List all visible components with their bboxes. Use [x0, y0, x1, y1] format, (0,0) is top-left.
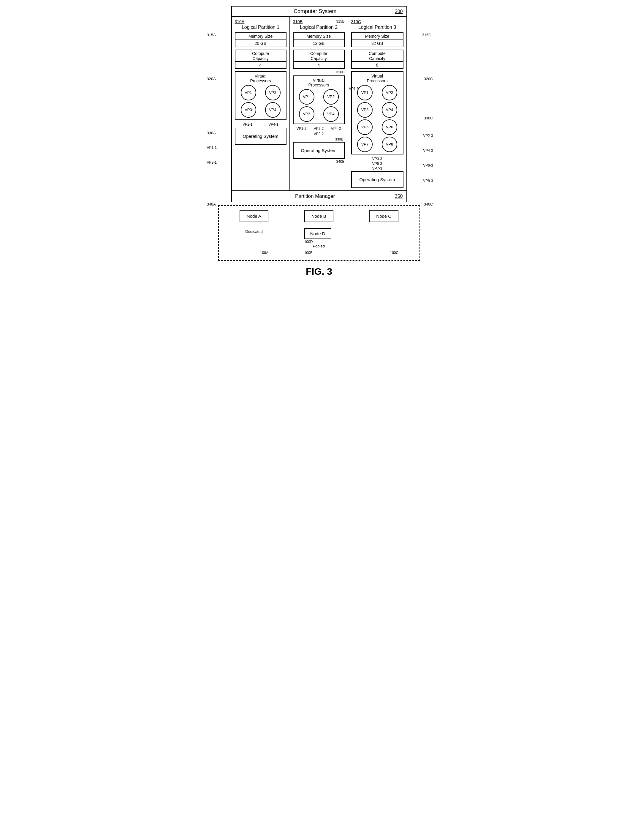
partition-3-vp-grid: VP1 VP2 VP3 VP4 VP5 VP6 VP7 VP8: [354, 85, 401, 152]
nodes-row: Node A 100A Dedicated Node B 100B Node D…: [225, 210, 414, 248]
partition-2-memory-value: 12 GB: [294, 40, 344, 47]
partition-3: 310C Logical Partition 3 Memory Size 32 …: [348, 17, 406, 190]
partition-1-vp-labels: VP2-1 VP4-1: [235, 122, 286, 127]
label-vp8-3: VP8-3: [423, 179, 433, 183]
cs-title-row: Computer System 300: [232, 6, 406, 17]
label-315c: 315C: [422, 33, 431, 37]
partition-3-compute-value: 8: [352, 62, 403, 68]
label-100c: 100C: [390, 251, 399, 255]
computer-system-box: Computer System 300 310A Logical Partiti…: [231, 6, 407, 202]
vp1-3-circle: VP1: [357, 85, 373, 100]
vp4-2-label: VP4-2: [331, 127, 341, 131]
label-330a: 330A: [207, 131, 216, 135]
node-b-wrap: Node B 100B Node D 100D Pooled: [304, 210, 333, 248]
partition-2-header: 310B 315B: [293, 19, 345, 24]
fig-label: FIG. 3: [206, 266, 432, 277]
vp3-2-circle: VP3: [299, 106, 314, 122]
node-a-wrap: Node A 100A Dedicated: [240, 210, 268, 248]
vp4-1-label: VP4-1: [268, 122, 278, 127]
label-vp4-3: VP4-3: [423, 149, 433, 153]
label-340a: 340A: [207, 202, 216, 206]
partition-2-compute-box: ComputeCapacity 4: [293, 50, 345, 69]
vp3-2-label: VP3-2: [293, 132, 345, 136]
vp4-2-circle: VP4: [323, 106, 339, 122]
vp7-3-label: VP7-3: [351, 166, 403, 171]
vp6-3-circle: VP6: [382, 119, 397, 135]
label-100a: 100A: [260, 251, 268, 255]
pm-title: Partition Manager: [235, 193, 395, 199]
label-vp1-1: VP1-1: [207, 146, 217, 150]
partition-2-id: 310B: [293, 19, 303, 24]
partition-3-memory-label: Memory Size: [352, 33, 403, 40]
partition-2-compute-label: ComputeCapacity: [294, 50, 344, 62]
partition-3-memory-box: Memory Size 32 GB: [351, 32, 403, 47]
partition-1-id: 310A: [235, 19, 245, 24]
label-340b: 340B: [293, 160, 345, 164]
partition-1-compute-value: 4: [235, 62, 286, 68]
node-c-wrap: Node C 100C: [369, 210, 398, 248]
page: 315A 320A 330A VP1-1 VP3-1 340A 315C 320…: [206, 6, 432, 277]
vp1-2-circle: VP1: [299, 89, 314, 104]
partition-1-compute-label: ComputeCapacity: [235, 50, 286, 62]
pm-row: Partition Manager 350: [232, 190, 406, 202]
partition-3-memory-value: 32 GB: [352, 40, 403, 47]
partition-1-vp-grid: VP1 VP2 VP3 VP4: [237, 85, 284, 118]
partition-2-vp-title: VirtualProcessors: [295, 78, 342, 87]
partition-1-memory-label: Memory Size: [235, 33, 286, 40]
partition-2-memory-label: Memory Size: [294, 33, 344, 40]
vp3-3-circle: VP3: [357, 102, 373, 118]
vp1-1-circle: VP1: [241, 85, 256, 100]
partition-1-vp-title: VirtualProcessors: [237, 74, 284, 83]
partition-2-vp-labels: VP1-2 VP2-2 VP4-2: [293, 127, 345, 131]
vp2-2-circle: VP2: [323, 89, 339, 104]
vp7-3-circle: VP7: [357, 137, 373, 152]
partition-1-memory-box: Memory Size 20 GB: [235, 32, 286, 47]
label-100b: 100B: [304, 251, 313, 255]
partition-1-header: 310A: [235, 19, 286, 24]
partition-2: 310B 315B Logical Partition 2 Memory Siz…: [290, 17, 348, 190]
partition-1-os: Operating System: [235, 128, 286, 145]
label-320a: 320A: [207, 77, 216, 81]
label-100d: 100D: [304, 240, 333, 244]
partition-2-vp-grid: VP1 VP2 VP3 VP4: [295, 89, 342, 122]
partition-2-vp-box: VirtualProcessors VP1 VP2 VP3 VP4 VP1-3: [293, 76, 345, 124]
partition-3-os: Operating System: [351, 171, 403, 188]
node-b-box: Node B: [304, 210, 333, 222]
vp2-1-label: VP2-1: [243, 122, 252, 127]
vp1-2-label: VP1-2: [297, 127, 306, 131]
partition-1: 310A Logical Partition 1 Memory Size 20 …: [232, 17, 290, 190]
cs-title: Computer System: [235, 8, 395, 14]
vp4-1-circle: VP4: [265, 102, 281, 118]
partition-2-memory-box: Memory Size 12 GB: [293, 32, 345, 47]
dedicated-label: Dedicated: [240, 229, 268, 234]
label-vp2-3: VP2-3: [423, 134, 433, 138]
partition-1-compute-box: ComputeCapacity 4: [235, 50, 286, 69]
partition-3-compute-label: ComputeCapacity: [352, 50, 403, 62]
label-315b: 315B: [336, 19, 344, 24]
label-vp6-3: VP6-3: [423, 163, 433, 168]
label-320c: 320C: [424, 77, 433, 81]
node-a-box: Node A: [240, 210, 268, 222]
partition-3-id: 310C: [351, 19, 361, 24]
node-d-wrap: Node D 100D Pooled: [304, 228, 333, 248]
label-340c: 340C: [424, 202, 433, 206]
vp2-1-circle: VP2: [265, 85, 281, 100]
partition-3-header: 310C: [351, 19, 403, 24]
partition-1-vp-box: VirtualProcessors VP1 VP2 VP3 VP4: [235, 71, 286, 120]
partition-2-name: Logical Partition 2: [293, 25, 345, 30]
node-d-box: Node D: [304, 228, 331, 239]
pooled-label: Pooled: [304, 244, 333, 248]
partition-2-os: Operating System: [293, 142, 345, 159]
vp2-3-circle: VP2: [382, 85, 397, 100]
vp5-3-circle: VP5: [357, 119, 373, 135]
partition-2-compute-value: 4: [294, 62, 344, 68]
label-330c: 330C: [424, 116, 433, 120]
pm-ref: 350: [395, 194, 403, 199]
cs-ref: 300: [395, 9, 403, 14]
vp3-3-label: VP3-3: [351, 157, 403, 161]
label-vp3-1: VP3-1: [207, 160, 217, 165]
node-c-box: Node C: [369, 210, 398, 222]
dashed-section: Node A 100A Dedicated Node B 100B Node D…: [218, 205, 420, 261]
vp5-3-label: VP5-3: [351, 161, 403, 166]
vp2-2-label: VP2-2: [314, 127, 324, 131]
